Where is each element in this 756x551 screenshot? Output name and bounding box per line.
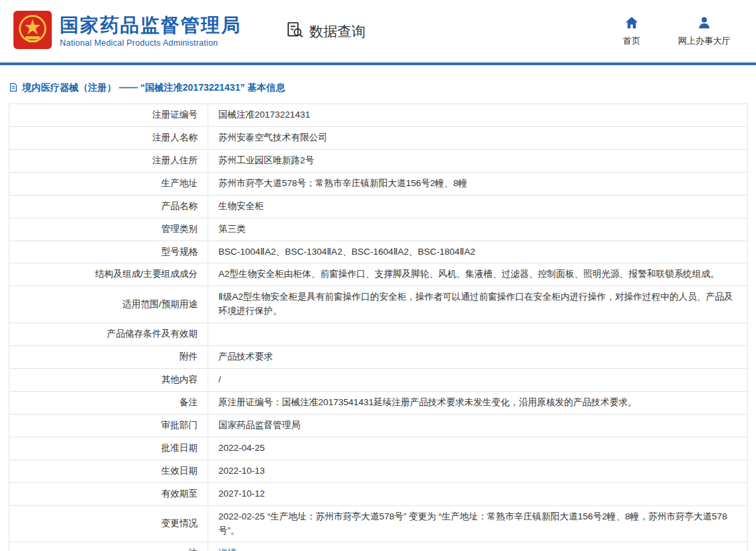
breadcrumb: 境内医疗器械（注册） —— “国械注准20173221431” 基本信息 [9,82,747,94]
table-row: 附件产品技术要求 [9,346,748,369]
nav-service-hall-label: 网上办事大厅 [678,35,730,47]
table-row: 适用范围/预期用途Ⅱ级A2型生物安全柜是具有前窗操作口的安全柜，操作者可以通过前… [9,286,748,323]
row-label: 生效日期 [9,460,208,482]
row-label: 附件 [9,346,208,369]
row-value: Ⅱ级A2型生物安全柜是具有前窗操作口的安全柜，操作者可以通过前窗操作口在安全柜内… [208,286,748,323]
registration-info-table: 注册证编号国械注准20173221431 注册人名称苏州安泰空气技术有限公司 注… [9,103,748,551]
row-value: BSC-1004ⅡA2、BSC-1304ⅡA2、BSC-1604ⅡA2、BSC-… [208,241,748,263]
data-query-icon [286,21,304,42]
row-label: 注册人住所 [9,149,208,172]
table-row: 生产地址苏州市葑亭大道578号；常熟市辛庄镇新阳大道156号2幢、8幢 [9,172,748,195]
data-query-label: 数据查询 [309,22,366,41]
row-label: 结构及组成/主要组成成分 [9,263,208,286]
nav-home[interactable]: 首页 [615,15,648,47]
row-label: 审批部门 [9,414,208,437]
table-row: 有效期至2027-10-12 [9,482,748,505]
row-label-note: ●注 [9,542,208,551]
user-icon [697,15,712,32]
table-row: 备注原注册证编号：国械注准20173541431延续注册产品技术要求未发生变化，… [9,391,748,414]
table-row: 审批部门国家药品监督管理局 [9,414,748,437]
row-value: 苏州安泰空气技术有限公司 [208,126,748,149]
top-nav: 首页 网上办事大厅 [615,15,743,47]
row-label: 适用范围/预期用途 [9,286,208,323]
table-row: 产品名称生物安全柜 [9,195,748,218]
page-header: 国家药品监督管理局 National Medical Products Admi… [0,0,756,65]
home-icon [624,15,639,32]
row-label: 生产地址 [9,172,208,195]
site-logo-link[interactable]: 国家药品监督管理局 National Medical Products Admi… [13,11,241,52]
row-value: 产品技术要求 [208,346,748,369]
row-value: / [208,369,748,392]
row-value: 详情 [208,542,748,551]
row-label: 管理类别 [9,218,208,241]
nav-home-label: 首页 [623,35,640,47]
row-value: 国家药品监督管理局 [208,414,748,437]
table-row: 生效日期2022-10-13 [9,460,748,482]
row-value: 2022-02-25 “生产地址：苏州市葑亭大道578号” 变更为 “生产地址：… [208,505,748,542]
row-value: A2型生物安全柜由柜体、前窗操作口、支撑脚及脚轮、风机、集液槽、过滤器、控制面板… [208,263,748,286]
row-value: 国械注准20173221431 [208,104,748,127]
row-label: 产品储存条件及有效期 [9,323,208,346]
row-label: 变更情况 [9,505,208,542]
nav-service-hall[interactable]: 网上办事大厅 [678,15,730,47]
document-icon [9,83,18,94]
table-row: 管理类别第三类 [9,218,748,241]
row-label: 其他内容 [9,369,208,392]
table-row: 型号规格BSC-1004ⅡA2、BSC-1304ⅡA2、BSC-1604ⅡA2、… [9,241,748,263]
table-row: 批准日期2022-04-25 [9,437,748,460]
row-value: 第三类 [208,218,748,241]
table-row: 变更情况2022-02-25 “生产地址：苏州市葑亭大道578号” 变更为 “生… [9,505,748,542]
org-title: 国家药品监督管理局 [60,15,241,36]
row-value: 苏州市葑亭大道578号；常熟市辛庄镇新阳大道156号2幢、8幢 [208,172,748,195]
national-emblem-icon [13,11,52,52]
table-row: 结构及组成/主要组成成分A2型生物安全柜由柜体、前窗操作口、支撑脚及脚轮、风机、… [9,263,748,286]
row-label: 备注 [9,391,208,414]
row-label: 有效期至 [9,482,208,505]
row-value: 2022-10-13 [208,460,748,482]
row-value: 原注册证编号：国械注准20173541431延续注册产品技术要求未发生变化，沿用… [208,391,748,414]
row-label: 批准日期 [9,437,208,460]
row-value: 2022-04-25 [208,437,748,460]
row-value: 2027-10-12 [208,482,748,505]
row-label: 型号规格 [9,241,208,263]
table-row: 其他内容/ [9,369,748,392]
detail-link[interactable]: 详情 [218,548,237,551]
row-value: 苏州工业园区唯新路2号 [208,149,748,172]
org-subtitle: National Medical Products Administration [60,38,241,48]
data-query-section[interactable]: 数据查询 [286,21,366,42]
row-label: 注册人名称 [9,126,208,149]
breadcrumb-text: 境内医疗器械（注册） —— “国械注准20173221431” 基本信息 [22,82,285,94]
row-value [208,323,748,346]
row-label: 产品名称 [9,195,208,218]
row-value: 生物安全柜 [208,195,748,218]
row-label: 注册证编号 [9,104,208,127]
table-row: 注册人名称苏州安泰空气技术有限公司 [9,126,748,149]
table-row: 产品储存条件及有效期 [9,323,748,346]
table-row: 注册证编号国械注准20173221431 [9,104,748,127]
table-row: 注册人住所苏州工业园区唯新路2号 [9,149,748,172]
table-row: ●注 详情 [9,542,748,551]
